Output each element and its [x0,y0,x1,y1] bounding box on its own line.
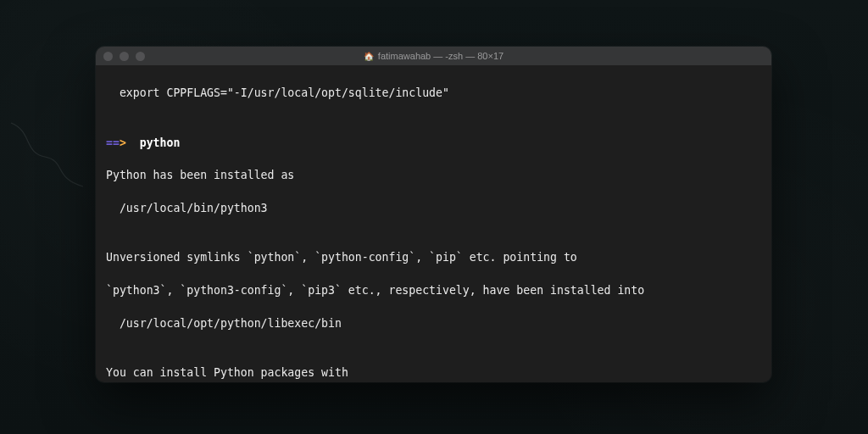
terminal-line: Unversioned symlinks `python`, `python-c… [106,249,761,265]
zoom-icon[interactable] [136,52,145,61]
terminal-line: `python3`, `python3-config`, `pip3` etc.… [106,282,761,298]
terminal-line: export CPPFLAGS="-I/usr/local/opt/sqlite… [106,85,761,101]
caveat-arrow-icon: > [120,136,126,149]
terminal-line: ==> python [106,135,761,151]
formula-name: python [140,136,181,149]
window-title-text: fatimawahab — -zsh — 80×17 [378,51,504,61]
caveat-arrow-icon: == [106,136,120,149]
terminal-window: 🏠 fatimawahab — -zsh — 80×17 export CPPF… [96,47,771,382]
wallpaper-crack [7,119,108,195]
home-icon: 🏠 [364,52,374,61]
terminal-body[interactable]: export CPPFLAGS="-I/usr/local/opt/sqlite… [96,65,771,382]
traffic-lights [96,52,145,61]
window-title: 🏠 fatimawahab — -zsh — 80×17 [96,51,771,61]
terminal-line: You can install Python packages with [106,364,761,381]
close-icon[interactable] [103,52,113,61]
titlebar[interactable]: 🏠 fatimawahab — -zsh — 80×17 [96,47,771,65]
terminal-line: Python has been installed as [106,167,761,183]
minimize-icon[interactable] [120,52,129,61]
terminal-line: /usr/local/bin/python3 [106,200,761,216]
terminal-line: /usr/local/opt/python/libexec/bin [106,315,761,331]
spacer [126,136,140,149]
